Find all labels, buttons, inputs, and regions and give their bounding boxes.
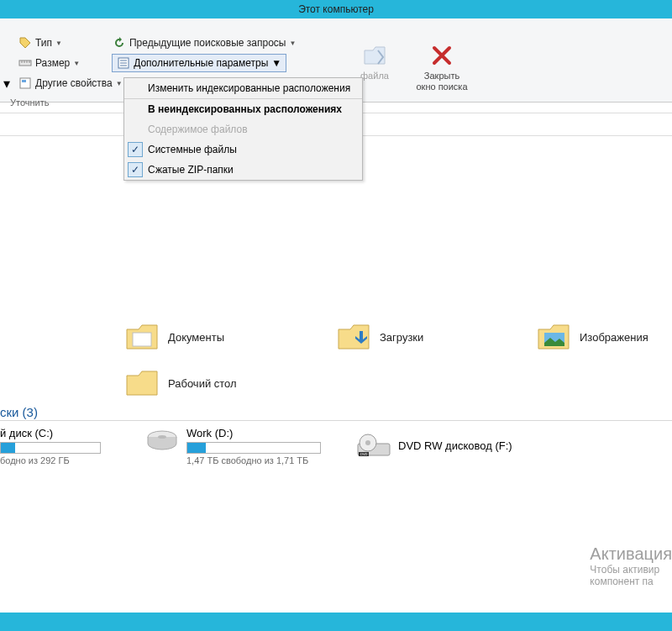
kind-dropdown[interactable]: Тип ▼ <box>15 34 66 51</box>
menu-item-label: Содержимое файлов <box>148 124 248 135</box>
drive-f[interactable]: DVD DVD RW дисковод (F:) <box>356 432 512 460</box>
chevron-down-icon: ▼ <box>55 39 62 47</box>
drive-free-text: 1,47 ТБ свободно из 1,71 ТБ <box>186 455 321 465</box>
folder-icon <box>124 367 160 399</box>
svg-text:DVD: DVD <box>360 452 368 456</box>
folder-pictures[interactable]: Изображения <box>536 321 648 353</box>
dvd-drive-icon: DVD <box>356 432 391 460</box>
taskbar[interactable] <box>0 613 672 631</box>
close-search-label-2: окно поиска <box>410 82 474 92</box>
activation-watermark: Активация Чтобы активир компонент па <box>590 544 672 587</box>
hdd-icon <box>144 427 180 455</box>
menu-zip-folders[interactable]: ✓ Сжатые ZIP-папки <box>124 160 362 180</box>
folder-open-icon <box>361 42 388 69</box>
previous-searches-label: Предыдущие поисковые запросы <box>129 37 286 49</box>
drives-section-label: ски (3) <box>0 405 38 419</box>
menu-change-indexed-locations[interactable]: Изменить индексированные расположения <box>124 78 362 98</box>
chevron-down-icon: ▼ <box>289 39 296 47</box>
drive-space-bar <box>186 442 321 454</box>
size-dropdown[interactable]: Размер ▼ <box>15 55 83 71</box>
check-icon: ✓ <box>128 142 143 157</box>
menu-system-files[interactable]: ✓ Системные файлы <box>124 139 362 160</box>
folder-pictures-icon <box>536 321 571 353</box>
close-search-label-1: Закрыть <box>410 71 474 82</box>
chevron-down-icon: ▼ <box>73 60 80 67</box>
drive-space-fill <box>1 443 15 453</box>
menu-item-label: Изменить индексированные расположения <box>148 82 350 94</box>
menu-file-contents: Содержимое файлов <box>124 119 362 139</box>
watermark-line: компонент па <box>590 576 672 587</box>
folder-label: Рабочий стол <box>168 377 237 390</box>
close-icon <box>428 42 455 69</box>
folder-downloads-icon <box>336 321 371 353</box>
folder-icon <box>124 321 160 353</box>
drives-section-header[interactable]: ски (3) <box>0 405 38 419</box>
svg-rect-4 <box>133 333 151 346</box>
svg-rect-2 <box>20 78 30 88</box>
svg-rect-3 <box>22 80 26 82</box>
other-properties-label: Другие свойства <box>35 77 113 89</box>
watermark-line: Чтобы активир <box>590 564 672 576</box>
other-properties-dropdown[interactable]: Другие свойства ▼ <box>15 75 126 92</box>
drive-free-text: бодно из 292 ГБ <box>0 455 101 465</box>
folder-label: Изображения <box>580 331 648 344</box>
refresh-icon <box>113 36 126 50</box>
menu-header-label: В неиндексированных расположениях <box>148 103 342 115</box>
svg-point-10 <box>365 440 370 445</box>
folder-label: Документы <box>168 331 224 344</box>
drive-name: й диск (C:) <box>0 427 101 439</box>
folder-desktop[interactable]: Рабочий стол <box>124 367 237 399</box>
drive-name: Work (D:) <box>186 427 321 439</box>
close-search-button[interactable]: Закрыть окно поиска <box>410 42 474 92</box>
drive-d[interactable]: Work (D:) 1,47 ТБ свободно из 1,71 ТБ <box>144 427 321 465</box>
folder-label: Загрузки <box>380 331 423 344</box>
advanced-options-dropdown[interactable]: Дополнительные параметры ▼ <box>112 54 286 72</box>
open-file-location-button: файла <box>343 42 407 82</box>
properties-icon <box>18 76 32 90</box>
chevron-down-icon: ▾ <box>3 76 10 92</box>
kind-label: Тип <box>35 37 52 49</box>
previous-searches-dropdown[interactable]: Предыдущие поисковые запросы ▼ <box>109 34 299 51</box>
folder-documents[interactable]: Документы <box>124 321 224 353</box>
menu-header-nonindexed: В неиндексированных расположениях <box>124 99 362 119</box>
options-icon <box>117 56 130 70</box>
menu-item-label: Системные файлы <box>148 144 237 155</box>
ruler-icon <box>18 56 32 70</box>
size-label: Размер <box>35 57 70 69</box>
drive-space-bar <box>0 442 101 454</box>
advanced-options-menu: Изменить индексированные расположения В … <box>123 77 363 181</box>
tag-icon <box>18 36 32 50</box>
svg-point-7 <box>158 435 166 439</box>
chevron-down-icon: ▼ <box>271 57 281 69</box>
folder-downloads[interactable]: Загрузки <box>336 321 423 353</box>
advanced-options-label: Дополнительные параметры <box>134 57 268 69</box>
window-titlebar: Этот компьютер <box>0 0 672 18</box>
menu-item-label: Сжатые ZIP-папки <box>148 164 234 176</box>
window-title: Этот компьютер <box>298 3 374 15</box>
watermark-title: Активация <box>590 544 672 564</box>
drive-space-fill <box>187 443 206 453</box>
chevron-down-icon: ▼ <box>116 80 123 87</box>
drive-name: DVD RW дисковод (F:) <box>398 432 512 460</box>
check-icon: ✓ <box>128 162 143 177</box>
section-divider <box>0 420 672 421</box>
drive-c[interactable]: й диск (C:) бодно из 292 ГБ <box>0 427 101 465</box>
